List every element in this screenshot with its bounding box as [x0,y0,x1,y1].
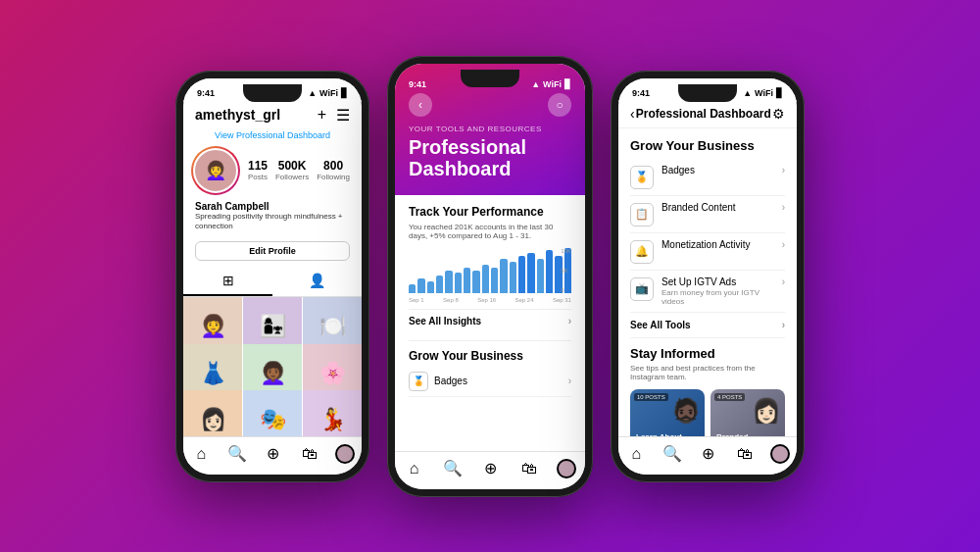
chevron-see-all: › [782,320,785,330]
chart-bar [472,271,479,293]
status-time-2: 9:41 [409,79,426,89]
chart-bar [455,273,462,292]
bottom-nav-3: ⌂ 🔍 ⊕ 🛍 [618,436,797,475]
chevron-monetization: › [782,239,785,250]
stat-followers: 500K Followers [275,159,309,181]
pro-branded-content-item[interactable]: 📋 Branded Content › [630,196,785,233]
plus-icon[interactable]: + [318,106,326,125]
chart-bar [491,268,498,293]
tab-grid[interactable]: ⊞ [183,267,272,296]
pro-settings-button[interactable]: ⚙ [772,106,785,122]
dashboard-content: Track Your Performance You reached 201K … [395,195,585,451]
dashboard-settings-button[interactable]: ○ [548,93,571,117]
nav-profile-2[interactable] [557,459,576,478]
dashboard-subtitle: YOUR TOOLS AND RESOURCES [409,125,571,133]
stat-posts: 115 Posts [248,159,268,181]
pro-dashboard-header: ‹ Professional Dashboard ⚙ [618,102,797,128]
battery-icon-2: ▊ [564,79,571,89]
nav-profile-3[interactable] [770,444,790,464]
avatar-inner: 👩‍🦱 [193,148,238,193]
phone-1-profile: 9:41 ▲ WiFi ▊ amethyst_grl + ☰ View Prof… [175,71,369,482]
pro-badges-icon: 🏅 [630,166,654,189]
pro-igtv-item[interactable]: 📺 Set Up IGTV Ads Earn money from your I… [630,271,785,313]
chevron-icon-2: › [568,376,571,386]
menu-icon[interactable]: ☰ [336,106,350,125]
phone-2-notch [461,70,519,87]
badges-icon: 🏅 [409,372,428,391]
header-icons: + ☰ [318,106,350,125]
battery-icon: ▊ [341,88,348,98]
chart-bar [445,271,452,293]
profile-bio-section: Sarah Campbell Spreading positivity thro… [183,201,362,236]
card-2-badge: 4 POSTS [714,393,745,401]
profile-name: Sarah Campbell [195,201,350,212]
dash-top-bar: ‹ ○ [409,93,571,117]
status-icons-2: ▲ WiFi ▊ [531,79,571,89]
nav-home[interactable]: ⌂ [190,443,212,465]
chevron-icon: › [568,316,571,326]
pro-branded-icon: 📋 [630,203,654,226]
bottom-nav-1: ⌂ 🔍 ⊕ 🛍 [183,436,362,475]
pro-igtv-icon: 📺 [630,277,654,301]
nav-search[interactable]: 🔍 [226,443,248,465]
phone-2-screen: 9:41 ▲ WiFi ▊ ‹ ○ YOUR TOOLS AND RESOURC… [395,64,585,489]
pro-badges-item[interactable]: 🏅 Badges › [630,159,785,196]
tab-tagged[interactable]: 👤 [272,267,362,296]
edit-profile-button[interactable]: Edit Profile [195,241,350,261]
stay-informed-subtitle: See tips and best practices from the Ins… [630,364,785,381]
pro-dashboard-link[interactable]: View Professional Dashboard [183,130,362,146]
nav-add-3[interactable]: ⊕ [698,443,719,465]
chart-bar [436,276,443,292]
status-icons: ▲ WiFi ▊ [308,88,348,98]
nav-search-2[interactable]: 🔍 [442,458,464,479]
pro-monetization-item[interactable]: 🔔 Monetization Activity › [630,233,785,271]
dashboard-title: ProfessionalDashboard [409,136,571,179]
grow-section-title: Grow Your Business [630,138,785,153]
card-branded-content[interactable]: 4 POSTS 👩🏻 BrandedContent [710,389,785,436]
pro-dashboard-title: Professional Dashboard [636,107,771,121]
card-learn-insights[interactable]: 10 POSTS 🧔🏿 Learn AboutInsights [630,389,705,436]
nav-shop-3[interactable]: 🛍 [734,443,756,465]
status-time-3: 9:41 [632,88,650,98]
nav-profile[interactable] [335,444,355,464]
card-1-badge: 10 POSTS [634,393,668,401]
phone-1-screen: 9:41 ▲ WiFi ▊ amethyst_grl + ☰ View Prof… [183,78,362,475]
nav-shop-2[interactable]: 🛍 [518,458,540,479]
photo-cell-9[interactable]: 💃 [303,390,362,435]
wifi-icon: WiFi [319,88,338,98]
profile-main-row: 👩‍🦱 115 Posts 500K Followers 800 Followi… [183,146,362,201]
chart-y-axis: 10K5K0 [561,248,571,293]
photo-cell-8[interactable]: 🎭 [243,390,302,435]
phone-2-dashboard: 9:41 ▲ WiFi ▊ ‹ ○ YOUR TOOLS AND RESOURC… [387,56,593,497]
see-all-tools[interactable]: See All Tools › [630,313,785,338]
chart-bar [500,259,507,293]
battery-icon-3: ▊ [776,88,783,98]
nav-shop[interactable]: 🛍 [299,443,320,465]
bar-chart: 10K5K0 [409,248,571,307]
nav-home-2[interactable]: ⌂ [404,458,425,479]
stat-following: 800 Following [317,159,350,181]
nav-add[interactable]: ⊕ [263,443,284,465]
nav-search-3[interactable]: 🔍 [662,443,683,465]
phone-1-notch [243,84,302,102]
chart-bar [482,265,489,293]
badges-item[interactable]: 🏅 Badges › [409,367,571,397]
phone-3-screen: 9:41 ▲ WiFi ▊ ‹ Professional Dashboard ⚙… [618,78,797,475]
stay-informed-cards: 10 POSTS 🧔🏿 Learn AboutInsights 4 POSTS … [630,389,785,436]
nav-add-2[interactable]: ⊕ [480,458,502,479]
signal-icon: ▲ [308,88,317,98]
pro-monetization-icon: 🔔 [630,240,654,264]
profile-header: amethyst_grl + ☰ [183,102,362,130]
see-all-insights[interactable]: See All Insights › [409,309,571,332]
chevron-branded: › [782,202,785,213]
dashboard-back-button[interactable]: ‹ [409,93,432,117]
signal-icon-3: ▲ [743,88,752,98]
chart-bar [409,284,416,293]
pro-back-button[interactable]: ‹ [630,106,635,122]
nav-home-3[interactable]: ⌂ [625,443,647,465]
photo-grid: 👩‍🦱 👩‍👧 🍽️ 👗 👩🏾‍🦱 🌸 👩🏻 🎭 💃 [183,297,362,435]
pro-content: Grow Your Business 🏅 Badges › 📋 [618,128,797,436]
phone-3-notch [678,84,737,102]
photo-cell-7[interactable]: 👩🏻 [183,390,242,435]
card-2-person: 👩🏻 [752,397,781,425]
